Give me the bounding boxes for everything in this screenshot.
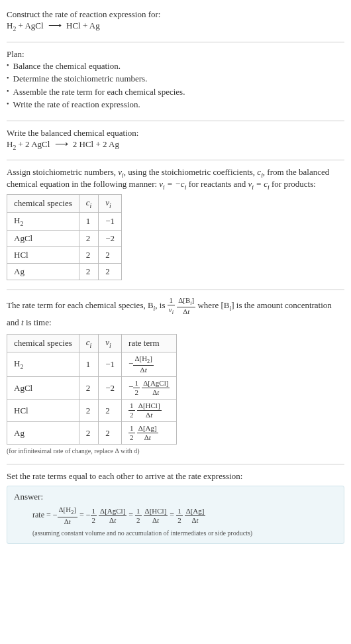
cell-species: AgCl: [7, 377, 79, 400]
rateterm-intro-a: The rate term for each chemical species,…: [7, 300, 154, 310]
table-row: AgCl2−2: [7, 230, 122, 246]
cell-ci: 2: [79, 230, 99, 246]
stoich-intro-a: Assign stoichiometric numbers,: [7, 167, 118, 177]
table-header-row: chemical species ci νi: [7, 195, 122, 213]
rateterm-intro-c: where [B: [197, 300, 229, 310]
stoich-intro-b: , using the stoichiometric coefficients,: [124, 167, 258, 177]
cell-nui: 2: [99, 422, 122, 445]
rateterm-intro: The rate term for each chemical species,…: [7, 297, 344, 331]
cell-species: AgCl: [7, 230, 79, 246]
cell-nui: 2: [99, 400, 122, 422]
rate-expression: rate = −Δ[H2]Δt = −12 Δ[AgCl]Δt = 12 Δ[H…: [14, 506, 337, 525]
balanced-equation: H2 + 2 AgCl ⟶ 2 HCl + 2 Ag: [7, 138, 344, 151]
col-ci: ci: [79, 335, 99, 352]
balanced-heading: Write the balanced chemical equation:: [7, 128, 344, 138]
plan-bullet: •Balance the chemical equation.: [7, 60, 344, 73]
prompt-section: Construct the rate of reaction expressio…: [7, 5, 344, 39]
divider: [7, 160, 344, 160]
cell-ci: 2: [79, 263, 99, 280]
table-row: H21−1: [7, 212, 122, 230]
cell-ci: 2: [79, 246, 99, 263]
table-row: AgCl2−2−12 Δ[AgCl]Δt: [7, 377, 177, 400]
rateterm-intro-e: is time:: [24, 317, 52, 327]
rateterm-section: The rate term for each chemical species,…: [7, 293, 344, 462]
frac-one-over-nu: 1νi: [168, 297, 175, 315]
cell-rateterm: −12 Δ[AgCl]Δt: [122, 377, 177, 400]
plan-section: Plan: •Balance the chemical equation.•De…: [7, 45, 344, 118]
cell-rateterm: 12 Δ[HCl]Δt: [122, 400, 177, 422]
col-species: chemical species: [7, 335, 79, 352]
col-nui: νi: [99, 335, 122, 352]
table-row: Ag2212 Δ[Ag]Δt: [7, 422, 177, 445]
divider: [7, 121, 344, 121]
table-row: HCl2212 Δ[HCl]Δt: [7, 400, 177, 422]
cell-ci: 1: [79, 352, 99, 376]
answer-assumption: (assuming constant volume and no accumul…: [14, 529, 337, 537]
bullet-icon: •: [7, 98, 9, 110]
cell-ci: 2: [79, 377, 99, 400]
table-row: H21−1−Δ[H2]Δt: [7, 352, 177, 376]
stoich-intro-d: for reactants and: [186, 179, 248, 189]
cell-species: H2: [7, 212, 79, 230]
cell-species: HCl: [7, 400, 79, 422]
cell-species: H2: [7, 352, 79, 376]
divider: [7, 464, 344, 464]
bullet-icon: •: [7, 72, 9, 84]
bullet-icon: •: [7, 60, 9, 72]
plan-bullet: •Determine the stoichiometric numbers.: [7, 72, 344, 85]
plan-bullet-text: Balance the chemical equation.: [13, 60, 121, 73]
plan-bullet-text: Determine the stoichiometric numbers.: [13, 72, 148, 85]
table-row: HCl22: [7, 246, 122, 263]
frac-dbi-dt: Δ[Bi]Δt: [177, 297, 195, 315]
balanced-section: Write the balanced chemical equation: H2…: [7, 124, 344, 158]
table-row: Ag22: [7, 263, 122, 280]
prompt-equation-rhs: HCl + Ag: [66, 21, 100, 30]
arrow-icon: ⟶: [46, 21, 64, 30]
table-header-row: chemical species ci νi rate term: [7, 335, 177, 352]
cell-ci: 2: [79, 400, 99, 422]
cell-ci: 2: [79, 422, 99, 445]
cell-nui: −2: [99, 377, 122, 400]
col-nui: νi: [99, 195, 122, 213]
stoich-section: Assign stoichiometric numbers, νi, using…: [7, 163, 344, 286]
prompt-title: Construct the rate of reaction expressio…: [7, 9, 344, 20]
rateterm-footnote: (for infinitesimal rate of change, repla…: [7, 447, 344, 455]
cell-nui: −1: [99, 212, 122, 230]
col-species: chemical species: [7, 195, 79, 213]
arrow-icon: ⟶: [52, 139, 71, 149]
cell-rateterm: 12 Δ[Ag]Δt: [122, 422, 177, 445]
answer-label: Answer:: [14, 492, 337, 502]
prompt-equation: H2 + AgCl ⟶ HCl + Ag: [7, 20, 344, 32]
cell-ci: 1: [79, 212, 99, 230]
cell-rateterm: −Δ[H2]Δt: [122, 352, 177, 376]
cell-nui: 2: [99, 246, 122, 263]
plan-bullet-text: Assemble the rate term for each chemical…: [13, 85, 185, 99]
cell-species: Ag: [7, 263, 79, 280]
col-ci: ci: [79, 195, 99, 213]
stoich-intro: Assign stoichiometric numbers, νi, using…: [7, 167, 344, 190]
stoich-intro-e: for products:: [270, 179, 316, 189]
plan-heading: Plan:: [7, 49, 344, 60]
answer-box: Answer: rate = −Δ[H2]Δt = −12 Δ[AgCl]Δt …: [7, 486, 344, 543]
cell-nui: −2: [99, 230, 122, 246]
final-heading: Set the rate terms equal to each other t…: [7, 471, 344, 482]
rateterm-intro-b: , is: [155, 300, 167, 310]
cell-species: HCl: [7, 246, 79, 263]
bullet-icon: •: [7, 85, 9, 97]
cell-nui: 2: [99, 263, 122, 280]
stoich-table: chemical species ci νi H21−1AgCl2−2HCl22…: [7, 194, 122, 280]
divider: [7, 290, 344, 290]
cell-species: Ag: [7, 422, 79, 445]
final-section: Set the rate terms equal to each other t…: [7, 467, 344, 550]
plan-bullet-text: Write the rate of reaction expression.: [13, 98, 140, 111]
col-rateterm: rate term: [122, 335, 177, 352]
rateterm-table: chemical species ci νi rate term H21−1−Δ…: [7, 334, 177, 445]
plan-bullet: •Write the rate of reaction expression.: [7, 98, 344, 111]
cell-nui: −1: [99, 352, 122, 376]
plan-bullet: •Assemble the rate term for each chemica…: [7, 85, 344, 99]
divider: [7, 42, 344, 42]
